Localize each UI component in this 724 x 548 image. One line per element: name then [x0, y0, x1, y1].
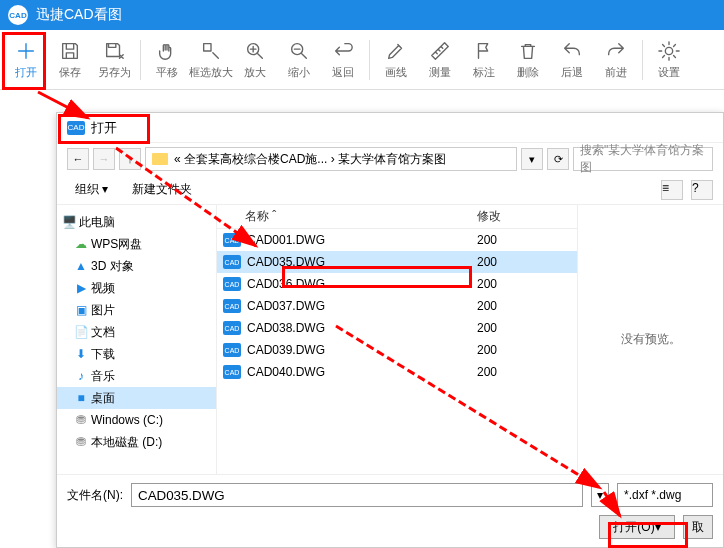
- view-help-button[interactable]: ?: [691, 180, 713, 200]
- cad-file-icon: CAD: [223, 233, 241, 247]
- sidebar-item[interactable]: ♪音乐: [57, 365, 216, 387]
- sidebar-item[interactable]: 🖥️此电脑: [57, 211, 216, 233]
- file-name: CAD038.DWG: [247, 321, 477, 335]
- sidebar-label: 视频: [91, 280, 115, 297]
- sidebar-item[interactable]: ☁WPS网盘: [57, 233, 216, 255]
- zoom-win-icon: [199, 39, 223, 63]
- save-icon: [58, 39, 82, 63]
- toolbar-label: 后退: [561, 65, 583, 80]
- toolbar-saveas-button[interactable]: 另存为: [92, 32, 136, 88]
- command-row: 组织 ▾ 新建文件夹 ≡ ?: [57, 175, 723, 205]
- sidebar-item[interactable]: 📄文档: [57, 321, 216, 343]
- filename-input[interactable]: [131, 483, 583, 507]
- sidebar-label: Windows (C:): [91, 413, 163, 427]
- sidebar-label: 本地磁盘 (D:): [91, 434, 162, 451]
- refresh-button[interactable]: ⟳: [547, 148, 569, 170]
- sidebar-icon: ▶: [73, 280, 89, 296]
- file-row[interactable]: CADCAD038.DWG200: [217, 317, 577, 339]
- breadcrumb[interactable]: « 全套某高校综合楼CAD施... › 某大学体育馆方案图: [145, 147, 517, 171]
- file-row[interactable]: CADCAD037.DWG200: [217, 295, 577, 317]
- sidebar-item[interactable]: ▣图片: [57, 299, 216, 321]
- cad-file-icon: CAD: [223, 255, 241, 269]
- sidebar-item[interactable]: ▲3D 对象: [57, 255, 216, 277]
- sidebar-label: 音乐: [91, 368, 115, 385]
- toolbar-zoomwin-button[interactable]: 框选放大: [189, 32, 233, 88]
- toolbar-label: 另存为: [98, 65, 131, 80]
- cad-file-icon: CAD: [223, 343, 241, 357]
- file-mod: 200: [477, 255, 537, 269]
- sidebar-label: 图片: [91, 302, 115, 319]
- sidebar-label: WPS网盘: [91, 236, 142, 253]
- flag-icon: [472, 39, 496, 63]
- toolbar-redo-button[interactable]: 前进: [594, 32, 638, 88]
- open-button[interactable]: 打开(O) ▾: [599, 515, 675, 539]
- file-row[interactable]: CADCAD039.DWG200: [217, 339, 577, 361]
- nav-back-button[interactable]: ←: [67, 148, 89, 170]
- organize-button[interactable]: 组织 ▾: [67, 179, 116, 200]
- file-row[interactable]: CADCAD040.DWG200: [217, 361, 577, 383]
- toolbar-label: 测量: [429, 65, 451, 80]
- gear-icon: [657, 39, 681, 63]
- toolbar-back-button[interactable]: 返回: [321, 32, 365, 88]
- sidebar-item[interactable]: ⛃本地磁盘 (D:): [57, 431, 216, 453]
- sidebar-item[interactable]: ⬇下载: [57, 343, 216, 365]
- sidebar-item[interactable]: ■桌面: [57, 387, 216, 409]
- new-folder-button[interactable]: 新建文件夹: [124, 179, 200, 200]
- toolbar-undo-button[interactable]: 后退: [550, 32, 594, 88]
- sidebar-icon: 📄: [73, 324, 89, 340]
- cad-file-icon: CAD: [223, 299, 241, 313]
- toolbar-measure-button[interactable]: 测量: [418, 32, 462, 88]
- sidebar-item[interactable]: ▶视频: [57, 277, 216, 299]
- filter-dropdown[interactable]: *.dxf *.dwg: [617, 483, 713, 507]
- hand-icon: [155, 39, 179, 63]
- file-name: CAD040.DWG: [247, 365, 477, 379]
- toolbar-delete-button[interactable]: 删除: [506, 32, 550, 88]
- toolbar-save-button[interactable]: 保存: [48, 32, 92, 88]
- file-row[interactable]: CADCAD036.DWG200: [217, 273, 577, 295]
- sidebar-item[interactable]: ⛃Windows (C:): [57, 409, 216, 431]
- sidebar-label: 桌面: [91, 390, 115, 407]
- trash-icon: [516, 39, 540, 63]
- toolbar-zoomin-button[interactable]: 放大: [233, 32, 277, 88]
- toolbar-mark-button[interactable]: 标注: [462, 32, 506, 88]
- cancel-button[interactable]: 取: [683, 515, 713, 539]
- plus-icon: [14, 39, 38, 63]
- search-input[interactable]: 搜索"某大学体育馆方案图: [573, 147, 713, 171]
- toolbar-label: 设置: [658, 65, 680, 80]
- file-mod: 200: [477, 365, 537, 379]
- file-list-header: 名称 ˆ 修改: [217, 205, 577, 229]
- cad-file-icon: CAD: [223, 321, 241, 335]
- pen-icon: [384, 39, 408, 63]
- toolbar-pan-button[interactable]: 平移: [145, 32, 189, 88]
- sidebar-label: 文档: [91, 324, 115, 341]
- nav-up-button[interactable]: ↑: [119, 148, 141, 170]
- sidebar-label: 此电脑: [79, 214, 115, 231]
- redo-icon: [604, 39, 628, 63]
- file-mod: 200: [477, 233, 537, 247]
- nav-forward-button[interactable]: →: [93, 148, 115, 170]
- file-mod: 200: [477, 343, 537, 357]
- cad-file-icon: CAD: [223, 277, 241, 291]
- toolbar-open-button[interactable]: 打开: [4, 32, 48, 88]
- file-name: CAD035.DWG: [247, 255, 477, 269]
- return-icon: [331, 39, 355, 63]
- toolbar-line-button[interactable]: 画线: [374, 32, 418, 88]
- col-mod[interactable]: 修改: [477, 208, 537, 225]
- app-icon: CAD: [8, 5, 28, 25]
- preview-pane: 没有预览。: [577, 205, 723, 474]
- dialog-body: 🖥️此电脑☁WPS网盘▲3D 对象▶视频▣图片📄文档⬇下载♪音乐■桌面⛃Wind…: [57, 205, 723, 474]
- file-row[interactable]: CADCAD035.DWG200: [217, 251, 577, 273]
- toolbar-zoomout-button[interactable]: 缩小: [277, 32, 321, 88]
- sidebar-icon: ♪: [73, 368, 89, 384]
- filename-dropdown[interactable]: ▾: [591, 483, 609, 507]
- file-name: CAD001.DWG: [247, 233, 477, 247]
- toolbar-label: 打开: [15, 65, 37, 80]
- toolbar-settings-button[interactable]: 设置: [647, 32, 691, 88]
- file-row[interactable]: CADCAD001.DWG200: [217, 229, 577, 251]
- breadcrumb-dropdown[interactable]: ▾: [521, 148, 543, 170]
- file-mod: 200: [477, 277, 537, 291]
- col-name[interactable]: 名称 ˆ: [217, 208, 477, 225]
- toolbar-label: 前进: [605, 65, 627, 80]
- view-mode-button[interactable]: ≡: [661, 180, 683, 200]
- sidebar-icon: ☁: [73, 236, 89, 252]
